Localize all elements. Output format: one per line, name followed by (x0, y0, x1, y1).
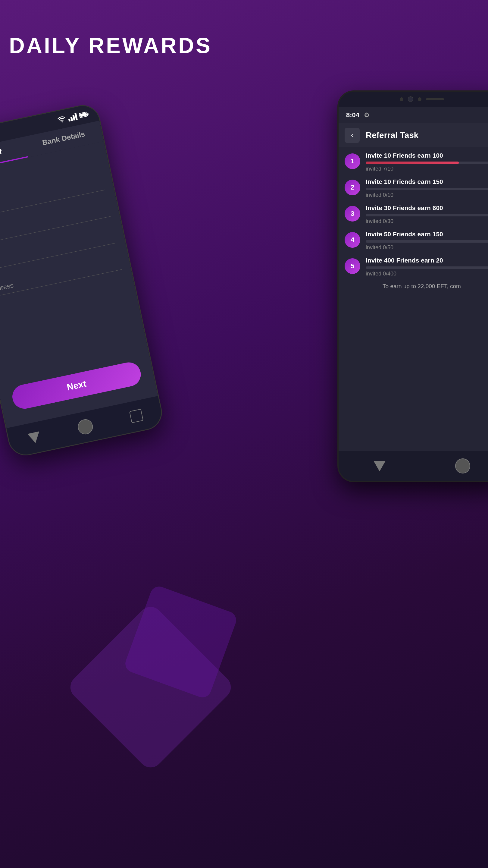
back-nav-icon[interactable] (27, 431, 41, 444)
task-info-3: Invite 30 Friends earn 600 invited 0/30 (366, 204, 488, 224)
task-info-2: Invite 10 Friends earn 150 invited 0/10 (366, 178, 488, 198)
task-title-5: Invite 400 Friends earn 20 (366, 257, 488, 264)
right-back-nav-icon[interactable] (373, 461, 386, 471)
page-title: DAILY REWARDS (9, 33, 212, 58)
chevron-left-icon: ‹ (351, 131, 353, 139)
task-progress-label-2: invited 0/10 (366, 192, 488, 198)
left-phone: ID Proof Bank Details Details e one Emai… (0, 102, 165, 459)
status-time: 8:04 (346, 111, 359, 119)
camera-dot-small (400, 97, 403, 101)
task-title-3: Invite 30 Friends earn 600 (366, 204, 488, 212)
referral-task-3: 3 Invite 30 Friends earn 600 invited 0/3… (345, 204, 488, 224)
referral-task-4: 4 Invite 50 Friends earn 150 invited 0/5… (345, 230, 488, 251)
next-button-label: Next (66, 378, 87, 393)
right-phone-bottom-nav (338, 451, 488, 481)
task-title-2: Invite 10 Friends earn 150 (366, 178, 488, 185)
speaker-bar (426, 98, 444, 100)
task-badge-4: 4 (345, 232, 360, 248)
task-progress-label-3: invited 0/30 (366, 218, 488, 224)
task-progress-bar-5 (366, 267, 488, 269)
task-progress-fill-1 (366, 161, 459, 164)
back-button[interactable]: ‹ (345, 128, 360, 143)
referral-task-list: 1 Invite 10 Friends earn 100 invited 7/1… (338, 147, 488, 294)
task-progress-label-1: invited 7/10 (366, 166, 488, 172)
task-badge-5: 5 (345, 258, 360, 274)
task-progress-bar-2 (366, 188, 488, 190)
task-badge-2: 2 (345, 180, 360, 195)
home-nav-icon[interactable] (76, 418, 94, 435)
recents-nav-icon[interactable] (129, 409, 143, 423)
right-phone-header: ‹ Referral Task (338, 123, 488, 147)
referral-task-2: 2 Invite 10 Friends earn 150 invited 0/1… (345, 178, 488, 198)
wifi-icon (57, 116, 67, 124)
task-progress-bar-3 (366, 214, 488, 216)
task-badge-1: 1 (345, 153, 360, 169)
camera-dot-main (408, 96, 413, 102)
task-title-4: Invite 50 Friends earn 150 (366, 230, 488, 238)
battery-icon (78, 111, 89, 118)
task-title-1: Invite 10 Friends earn 100 (366, 152, 488, 159)
right-phone: 8:04 ⚙ ‹ Referral Task 1 Invite 10 Frien… (337, 90, 488, 482)
right-home-nav-icon[interactable] (455, 458, 470, 473)
camera-dot-sensor (418, 97, 421, 101)
task-progress-bar-1 (366, 161, 488, 164)
task-info-5: Invite 400 Friends earn 20 invited 0/400 (366, 257, 488, 277)
task-progress-bar-4 (366, 240, 488, 243)
task-progress-label-5: invited 0/400 (366, 271, 488, 277)
task-info-1: Invite 10 Friends earn 100 invited 7/10 (366, 152, 488, 172)
referral-task-5: 5 Invite 400 Friends earn 20 invited 0/4… (345, 257, 488, 277)
settings-icon[interactable]: ⚙ (364, 111, 370, 119)
right-phone-status-bar: 8:04 ⚙ (338, 107, 488, 123)
signal-icons (57, 110, 89, 124)
task-info-4: Invite 50 Friends earn 150 invited 0/50 (366, 230, 488, 251)
earn-note: To earn up to 22,000 EFT, com (345, 283, 488, 290)
camera-area (338, 92, 488, 107)
screen-title: Referral Task (366, 130, 418, 140)
task-progress-label-4: invited 0/50 (366, 244, 488, 251)
referral-task-1: 1 Invite 10 Friends earn 100 invited 7/1… (345, 152, 488, 172)
task-badge-3: 3 (345, 206, 360, 221)
signal-strength-icon (67, 113, 78, 121)
